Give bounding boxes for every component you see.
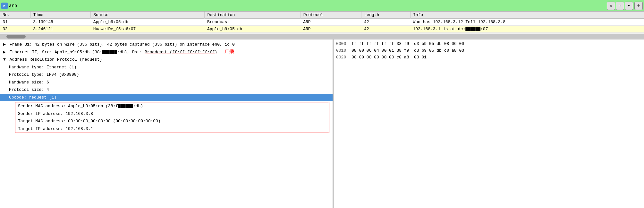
cell-destination: Broadcast — [205, 19, 301, 26]
filter-add-button[interactable]: + — [634, 2, 643, 10]
scrollbar-thumb[interactable] — [6, 35, 26, 39]
cell-no: 31 — [0, 19, 30, 26]
hex-panel: 0000 ff ff ff ff ff ff 38 f9 d3 b9 05 db… — [334, 39, 644, 208]
cell-destination: Apple_b9:05:db — [205, 26, 301, 33]
cell-time: 3.139145 — [30, 19, 90, 26]
expand-icon: ▶ — [3, 50, 6, 55]
packet-table-body: 31 3.139145 Apple_b9:05:db Broadcast ARP… — [0, 19, 644, 33]
detail-row-proto-type[interactable]: Protocol type: IPv4 (0x0800) — [0, 71, 333, 79]
cell-time: 3.246121 — [30, 26, 90, 33]
hex-row: 0010 08 00 06 04 00 01 38 f9 d3 b9 05 db… — [336, 48, 641, 54]
filter-actions: ✕ → ▾ — [607, 2, 633, 10]
col-source: Source — [91, 12, 205, 19]
table-row[interactable]: 31 3.139145 Apple_b9:05:db Broadcast ARP… — [0, 19, 644, 26]
detail-row-ethernet[interactable]: ▶ Ethernet II, Src: Apple_b9:05:db (38:█… — [0, 48, 333, 56]
bottom-panels: ▶ Frame 31: 42 bytes on wire (336 bits),… — [0, 39, 644, 208]
cell-source: HuaweiDe_f5:a6:07 — [91, 26, 205, 33]
col-info: Info — [410, 12, 644, 19]
packet-list-section: No. Time Source Destination Protocol Len… — [0, 12, 644, 34]
filter-icon: ▶ — [1, 3, 8, 9]
cell-no: 32 — [0, 26, 30, 33]
col-destination: Destination — [205, 12, 301, 19]
filter-apply-button[interactable]: → — [616, 2, 624, 10]
col-protocol: Protocol — [301, 12, 361, 19]
cell-protocol: ARP — [301, 19, 361, 26]
detail-row-target-ip[interactable]: Target IP address: 192.168.3.1 — [15, 125, 329, 133]
hex-row: 0000 ff ff ff ff ff ff 38 f9 d3 b9 05 db… — [336, 41, 641, 48]
horizontal-scrollbar[interactable] — [0, 34, 644, 39]
col-no: No. — [0, 12, 30, 19]
col-length: Length — [361, 12, 410, 19]
expand-icon: ▶ — [3, 42, 6, 47]
cell-length: 42 — [361, 19, 410, 26]
cell-info: 192.168.3.1 is at dc:██████:07 — [410, 26, 644, 33]
cell-source: Apple_b9:05:db — [91, 19, 205, 26]
detail-row-arp[interactable]: ▼ Address Resolution Protocol (request) — [0, 56, 333, 64]
detail-row-target-mac[interactable]: Target MAC address: 00:00:00_00:00:00 (0… — [15, 117, 329, 125]
packet-table-header: No. Time Source Destination Protocol Len… — [0, 12, 644, 19]
detail-row-frame[interactable]: ▶ Frame 31: 42 bytes on wire (336 bits),… — [0, 41, 333, 48]
filter-bar: ▶ ✕ → ▾ + — [0, 0, 644, 12]
detail-row-proto-size[interactable]: Protocol size: 4 — [0, 86, 333, 94]
detail-panel: ▶ Frame 31: 42 bytes on wire (336 bits),… — [0, 39, 334, 208]
expand-icon: ▼ — [3, 57, 6, 62]
detail-row-hw-size[interactable]: Hardware size: 6 — [0, 79, 333, 86]
hex-row: 0020 00 00 00 00 00 00 c0 a8 03 01 — [336, 54, 641, 61]
detail-row-hw-type[interactable]: Hardware type: Ethernet (1) — [0, 64, 333, 71]
filter-dropdown-button[interactable]: ▾ — [625, 2, 633, 10]
detail-row-sender-ip[interactable]: Sender IP address: 192.168.3.8 — [15, 110, 329, 118]
col-time: Time — [30, 12, 90, 19]
filter-input[interactable] — [9, 3, 606, 8]
red-box-group: Sender MAC address: Apple_b9:05:db (38:f… — [15, 102, 329, 133]
filter-clear-button[interactable]: ✕ — [607, 2, 615, 10]
cell-protocol: ARP — [301, 26, 361, 33]
packet-table: No. Time Source Destination Protocol Len… — [0, 12, 644, 33]
cell-info: Who has 192.168.3.1? Tell 192.168.3.8 — [410, 19, 644, 26]
cell-length: 42 — [361, 26, 410, 33]
detail-row-sender-mac[interactable]: Sender MAC address: Apple_b9:05:db (38:f… — [15, 102, 329, 110]
detail-row-opcode[interactable]: Opcode: request (1) — [0, 94, 333, 101]
broadcast-annotation: 广播 — [225, 48, 234, 55]
broadcast-label: Broadcast (ff:ff:ff:ff:ff:ff) — [145, 50, 217, 55]
table-row[interactable]: 32 3.246121 HuaweiDe_f5:a6:07 Apple_b9:0… — [0, 26, 644, 33]
